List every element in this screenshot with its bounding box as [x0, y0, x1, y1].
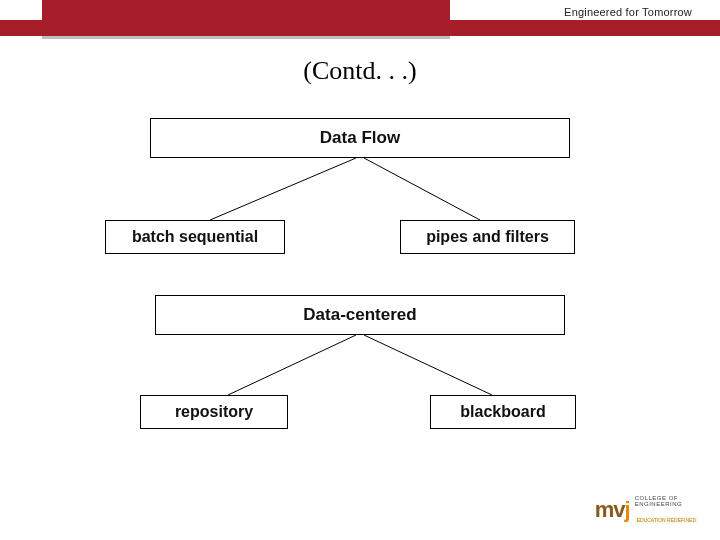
logo-text-line1: COLLEGE OF	[635, 495, 698, 502]
logo-letter: v	[613, 497, 624, 522]
tagline: Engineered for Tomorrow	[564, 6, 692, 18]
svg-line-3	[364, 335, 492, 395]
node-blackboard: blackboard	[430, 395, 576, 429]
header-notch-shadow	[42, 36, 450, 39]
node-data-flow: Data Flow	[150, 118, 570, 158]
logo-subtext: EDUCATION REDEFINED	[635, 516, 698, 524]
svg-line-1	[364, 158, 480, 220]
logo-letter: m	[595, 497, 614, 522]
node-label: blackboard	[460, 403, 545, 421]
node-batch-sequential: batch sequential	[105, 220, 285, 254]
svg-line-0	[210, 158, 356, 220]
page-title: (Contd. . .)	[0, 56, 720, 86]
footer-logo: mvj COLLEGE OF ENGINEERING EDUCATION RED…	[595, 495, 698, 526]
logo-letter: j	[625, 497, 630, 522]
logo-text-line2: ENGINEERING	[635, 501, 698, 508]
header-notch	[42, 0, 450, 36]
node-repository: repository	[140, 395, 288, 429]
node-data-centered: Data-centered	[155, 295, 565, 335]
node-label: pipes and filters	[426, 228, 549, 246]
node-label: Data-centered	[303, 305, 416, 325]
svg-line-2	[228, 335, 356, 395]
logo-text-block: COLLEGE OF ENGINEERING EDUCATION REDEFIN…	[635, 495, 698, 526]
node-label: repository	[175, 403, 253, 421]
logo-mark: mvj	[595, 497, 630, 523]
node-label: Data Flow	[320, 128, 400, 148]
node-label: batch sequential	[132, 228, 258, 246]
node-pipes-and-filters: pipes and filters	[400, 220, 575, 254]
